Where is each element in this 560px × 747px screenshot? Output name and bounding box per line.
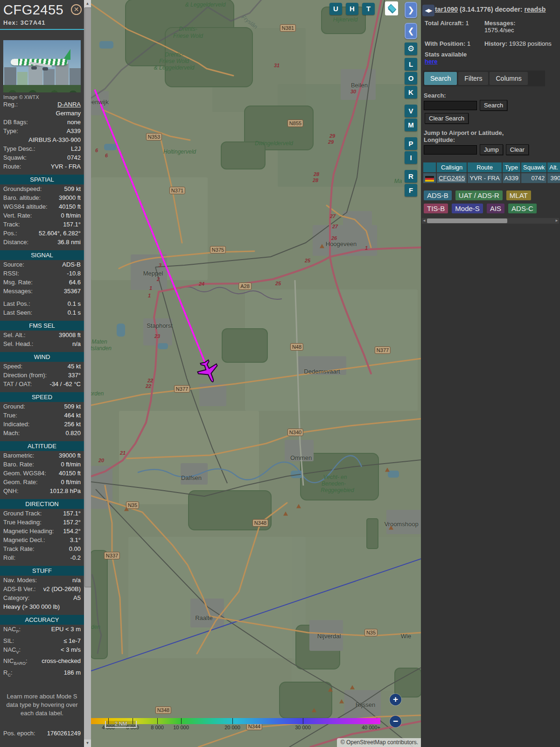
data-row: NACP:EPU < 3 m xyxy=(0,625,84,636)
section-header-signal: SIGNAL xyxy=(0,250,84,260)
data-row: Nav. Modes:n/a xyxy=(0,576,84,585)
button-M[interactable]: M xyxy=(405,119,417,131)
data-row: True Heading:157.2° xyxy=(0,518,84,527)
data-row: RC:186 m xyxy=(0,668,84,680)
type-cell: A339 xyxy=(503,173,520,183)
road-ref-number: 27 xyxy=(330,213,336,219)
data-value: 45 kt xyxy=(68,362,81,371)
sidebar-scrollbar[interactable]: ▲ ▼ xyxy=(84,0,91,747)
data-label: RC: xyxy=(3,668,13,680)
button-P[interactable]: P xyxy=(405,137,417,150)
panel-collapse-icon[interactable]: ◀▶ xyxy=(422,5,434,16)
table-row[interactable]: CFG2455 YVR - FRA A339 0742 39000 xyxy=(423,173,560,183)
aircraft-hex: Hex: 3C7A41 xyxy=(0,18,84,29)
map-label-town: Beilen xyxy=(351,82,368,89)
table-horizontal-scrollbar[interactable]: ◄ ► xyxy=(422,218,559,224)
tab-search[interactable]: Search xyxy=(424,72,457,85)
callsign-link[interactable]: CFG2455 xyxy=(439,175,465,182)
map-marker-triangle-icon xyxy=(296,504,301,508)
scroll-right-icon[interactable]: ► xyxy=(554,218,559,224)
close-icon[interactable]: ✕ xyxy=(71,4,82,15)
data-row: Baro. Rate:0 ft/min xyxy=(0,460,84,469)
chevron-left-icon[interactable]: ❮ xyxy=(405,23,417,39)
button-K[interactable]: K xyxy=(405,86,417,99)
scrollbar-thumb[interactable] xyxy=(84,7,91,587)
badge-mode-s[interactable]: Mode-S xyxy=(452,204,483,213)
badge-ais[interactable]: AIS xyxy=(487,204,504,213)
jump-button[interactable]: Jump xyxy=(480,144,503,155)
data-label: Pos.: xyxy=(3,229,17,238)
badge-tis-b[interactable]: TIS-B xyxy=(424,204,448,213)
layers-icon[interactable] xyxy=(385,1,398,15)
data-value: 157.1° xyxy=(63,220,81,229)
photo-plane-engine xyxy=(42,67,48,70)
map-label-town: Staphorst xyxy=(147,322,173,329)
chevron-right-icon[interactable]: ❯ xyxy=(405,2,417,18)
map-attribution[interactable]: © OpenStreetMap contributors. xyxy=(337,738,421,747)
column-header-Alt. (ft)[interactable]: Alt. (ft) xyxy=(547,162,560,172)
photo-plane-engine xyxy=(31,66,37,70)
data-label: Ground Track: xyxy=(3,509,42,518)
hscrollbar-thumb[interactable] xyxy=(427,218,507,223)
aircraft-icon[interactable] xyxy=(196,359,222,385)
tab-columns[interactable]: Columns xyxy=(490,72,527,85)
data-row: True:464 kt xyxy=(0,411,84,420)
data-row: NICBARO:cross-checked xyxy=(0,656,84,668)
button-L[interactable]: L xyxy=(405,58,417,70)
button-I[interactable]: I xyxy=(405,151,417,164)
scroll-up-icon[interactable]: ▲ xyxy=(84,0,91,7)
column-header-Callsign[interactable]: Callsign xyxy=(437,162,467,172)
mode-s-note: Learn more about Mode S data type by hov… xyxy=(0,692,84,718)
data-value: 0.00 xyxy=(69,544,81,553)
zoom-in-button[interactable]: + xyxy=(390,694,401,705)
readsb-link[interactable]: readsb xyxy=(524,6,546,13)
column-header-Route[interactable]: Route xyxy=(468,162,501,172)
legend-tick xyxy=(157,718,158,724)
button-O[interactable]: O xyxy=(405,72,417,85)
data-label: Category: xyxy=(3,593,29,602)
button-F[interactable]: F xyxy=(405,184,417,197)
data-row: Roll:-0.2 xyxy=(0,553,84,562)
badge-ads-b[interactable]: ADS-B xyxy=(424,190,452,200)
column-header-Type[interactable]: Type xyxy=(503,162,520,172)
badge-ads-c[interactable]: ADS-C xyxy=(508,204,537,213)
total-aircraft: Total Aircraft: 1 xyxy=(425,20,481,34)
data-label: Baro. Rate: xyxy=(3,460,34,469)
scroll-down-icon[interactable]: ▼ xyxy=(84,740,91,747)
data-row: Indicated:256 kt xyxy=(0,420,84,429)
clear-search-button[interactable]: Clear Search xyxy=(425,113,469,124)
search-button[interactable]: Search xyxy=(480,100,507,111)
data-row: Reg.:D-ANRA xyxy=(0,100,84,109)
data-value[interactable]: D-ANRA xyxy=(57,100,81,109)
search-input[interactable] xyxy=(424,101,477,110)
road-ref-number: 6 xyxy=(95,148,98,153)
map[interactable]: BeilenHoogeveenMeppelStaphorstDedemsvaar… xyxy=(91,0,421,747)
aircraft-photo xyxy=(3,40,81,92)
column-header-flag[interactable] xyxy=(423,162,436,172)
data-label: Geom. Rate: xyxy=(3,478,38,486)
data-label: Mach: xyxy=(3,429,20,437)
tab-filters[interactable]: Filters xyxy=(458,72,488,85)
data-value: 39008 ft xyxy=(59,331,81,339)
data-label: NACP: xyxy=(3,625,21,636)
data-value: 3.1° xyxy=(70,536,81,544)
badge-mlat[interactable]: MLAT xyxy=(506,190,531,200)
data-value: 154.2° xyxy=(63,527,81,536)
button-V[interactable]: V xyxy=(405,105,417,117)
gear-icon[interactable]: ⚙ xyxy=(405,42,417,55)
column-header-Squawk[interactable]: Squawk xyxy=(521,162,546,172)
badge-uat-ads-r[interactable]: UAT / ADS-R xyxy=(455,190,503,200)
data-value: v2 (DO-260B) xyxy=(43,585,81,593)
data-row: NACV:< 3 m/s xyxy=(0,645,84,657)
tar1090-link[interactable]: tar1090 xyxy=(435,6,458,13)
scroll-left-icon[interactable]: ◄ xyxy=(422,218,427,224)
jump-clear-button[interactable]: Clear xyxy=(506,144,529,155)
map-button-H[interactable]: H xyxy=(346,3,358,15)
data-label: Last Pos.: xyxy=(3,299,30,308)
legend-tick xyxy=(303,718,303,724)
jump-input[interactable] xyxy=(424,145,477,155)
button-R[interactable]: R xyxy=(405,170,417,183)
map-button-U[interactable]: U xyxy=(329,3,342,15)
zoom-out-button[interactable]: − xyxy=(390,716,401,727)
map-button-T[interactable]: T xyxy=(362,3,375,15)
